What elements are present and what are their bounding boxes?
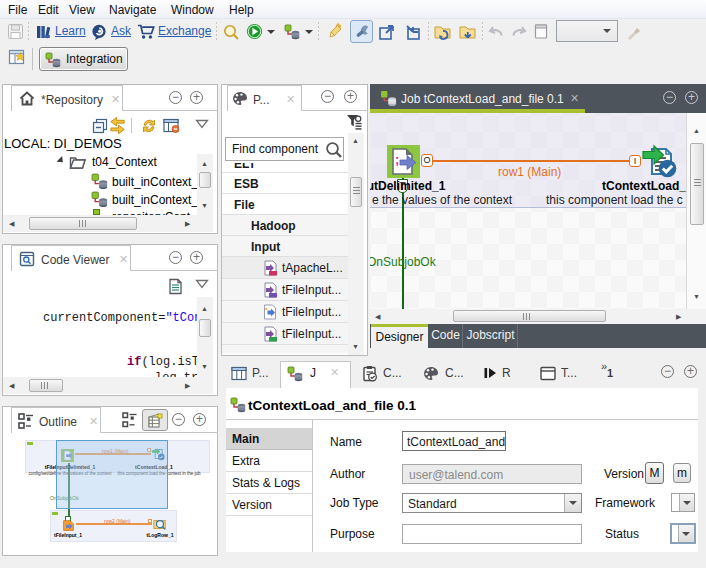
svg-text:;: ; <box>395 152 399 167</box>
